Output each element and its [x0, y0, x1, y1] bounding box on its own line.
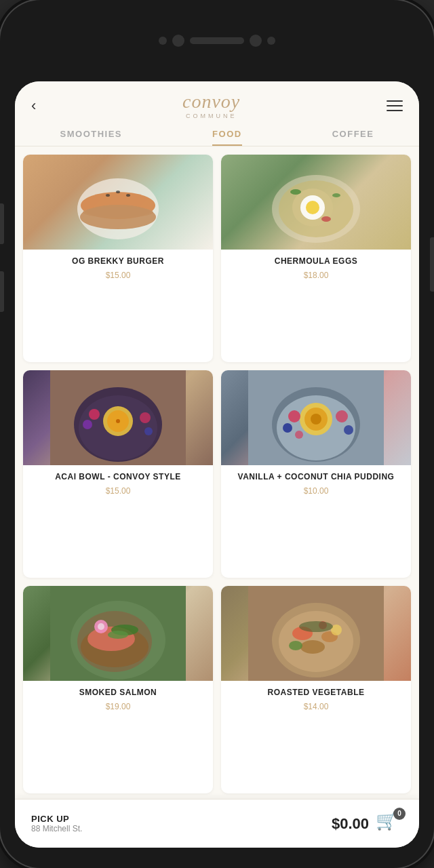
sixth-item-image	[221, 586, 411, 681]
svg-point-54	[299, 621, 333, 632]
menu-item-acai-bowl[interactable]: ACAI BOWL - CONVOY STYLE $15.00	[23, 370, 213, 578]
svg-point-35	[295, 431, 303, 439]
menu-item-smoked-salmon[interactable]: SMOKED SALMON $19.00	[23, 586, 213, 793]
sixth-item-name: ROASTED VEGETABLE	[229, 688, 403, 698]
og-brekky-burger-name: OG BREKKY BURGER	[31, 256, 205, 267]
svg-point-12	[290, 189, 301, 195]
logo-area: convoy COMMUNE	[182, 92, 240, 119]
svg-point-22	[83, 420, 92, 429]
menu-item-vanilla-chia[interactable]: VANILLA + COCONUT CHIA PUDDING $10.00	[221, 370, 411, 578]
vanilla-chia-price: $10.00	[229, 486, 403, 496]
svg-point-21	[89, 409, 100, 420]
svg-point-42	[98, 623, 104, 630]
menu-item-og-brekky-burger[interactable]: OG BREKKY BURGER $15.00	[23, 155, 213, 362]
svg-point-20	[116, 419, 120, 423]
og-brekky-burger-image	[23, 155, 213, 250]
svg-point-34	[344, 425, 353, 435]
svg-point-6	[126, 194, 130, 197]
logo-text: convoy	[182, 92, 240, 111]
smoked-salmon-price: $19.00	[31, 702, 205, 711]
svg-point-23	[140, 412, 151, 423]
camera-dot	[159, 37, 167, 45]
vanilla-chia-info: VANILLA + COCONUT CHIA PUDDING $10.00	[221, 465, 411, 504]
svg-point-14	[321, 216, 331, 222]
cart-total: $0.00	[332, 815, 369, 833]
cart-button[interactable]: 🛒 0	[376, 810, 403, 837]
hamburger-menu-button[interactable]	[387, 100, 403, 111]
acai-bowl-name: ACAI BOWL - CONVOY STYLE	[31, 472, 205, 483]
sixth-item-info: ROASTED VEGETABLE $14.00	[221, 681, 411, 719]
back-button[interactable]: ‹	[31, 97, 36, 115]
tab-food[interactable]: FOOD	[212, 129, 242, 146]
volume-down-button	[0, 271, 4, 312]
menu-line-1	[387, 100, 403, 102]
svg-point-3	[80, 205, 156, 229]
phone-screen: ‹ convoy COMMUNE SMOOTHIES FOOD COFFEE	[15, 81, 419, 848]
app-header: ‹ convoy COMMUNE	[15, 81, 419, 119]
sixth-item-price: $14.00	[229, 702, 403, 711]
volume-up-button	[0, 203, 4, 244]
pickup-address: 88 Mitchell St.	[31, 824, 82, 833]
svg-point-50	[300, 640, 325, 654]
svg-point-24	[144, 427, 153, 435]
front-camera	[172, 35, 184, 47]
svg-point-33	[336, 410, 348, 422]
acai-bowl-price: $15.00	[31, 486, 205, 496]
chermoula-eggs-price: $18.00	[229, 271, 403, 280]
svg-point-51	[289, 641, 302, 650]
menu-item-chermoula-eggs[interactable]: CHERMOULA EGGS $18.00	[221, 155, 411, 362]
pickup-label: PICK UP	[31, 814, 82, 824]
acai-bowl-image	[23, 370, 213, 465]
smoked-salmon-name: SMOKED SALMON	[31, 688, 205, 698]
cart-badge: 0	[393, 808, 406, 820]
menu-grid: OG BREKKY BURGER $15.00	[15, 146, 419, 848]
power-button	[430, 237, 434, 292]
svg-point-5	[116, 191, 120, 193]
speaker	[190, 37, 244, 44]
category-tabs: SMOOTHIES FOOD COFFEE	[15, 119, 419, 146]
sensor-dot	[267, 37, 275, 45]
acai-bowl-info: ACAI BOWL - CONVOY STYLE $15.00	[23, 465, 213, 504]
chermoula-eggs-name: CHERMOULA EGGS	[229, 256, 403, 267]
svg-point-11	[306, 201, 319, 214]
menu-line-3	[387, 110, 403, 111]
camera-area	[159, 35, 275, 47]
pickup-info: PICK UP 88 Mitchell St.	[31, 814, 82, 833]
logo-sub: COMMUNE	[182, 113, 240, 119]
vanilla-chia-image	[221, 370, 411, 465]
chermoula-eggs-info: CHERMOULA EGGS $18.00	[221, 250, 411, 288]
svg-point-13	[332, 193, 340, 197]
sensor	[250, 35, 262, 47]
smoked-salmon-info: SMOKED SALMON $19.00	[23, 681, 213, 719]
chermoula-eggs-image	[221, 155, 411, 250]
bottom-bar: PICK UP 88 Mitchell St. $0.00 🛒 0	[15, 799, 419, 848]
menu-item-sixth[interactable]: ROASTED VEGETABLE $14.00	[221, 586, 411, 793]
svg-point-32	[283, 423, 292, 433]
phone-frame: ‹ convoy COMMUNE SMOOTHIES FOOD COFFEE	[0, 0, 434, 868]
phone-top	[0, 0, 434, 81]
og-brekky-burger-info: OG BREKKY BURGER $15.00	[23, 250, 213, 288]
cart-area[interactable]: $0.00 🛒 0	[332, 810, 403, 837]
svg-point-30	[311, 414, 321, 425]
smoked-salmon-image	[23, 586, 213, 681]
svg-point-31	[288, 410, 300, 422]
svg-point-4	[106, 194, 110, 197]
tab-coffee[interactable]: COFFEE	[332, 129, 374, 146]
menu-line-2	[387, 105, 403, 106]
svg-point-44	[108, 631, 128, 639]
og-brekky-burger-price: $15.00	[31, 271, 205, 280]
tab-smoothies[interactable]: SMOOTHIES	[60, 129, 123, 146]
vanilla-chia-name: VANILLA + COCONUT CHIA PUDDING	[229, 472, 403, 483]
